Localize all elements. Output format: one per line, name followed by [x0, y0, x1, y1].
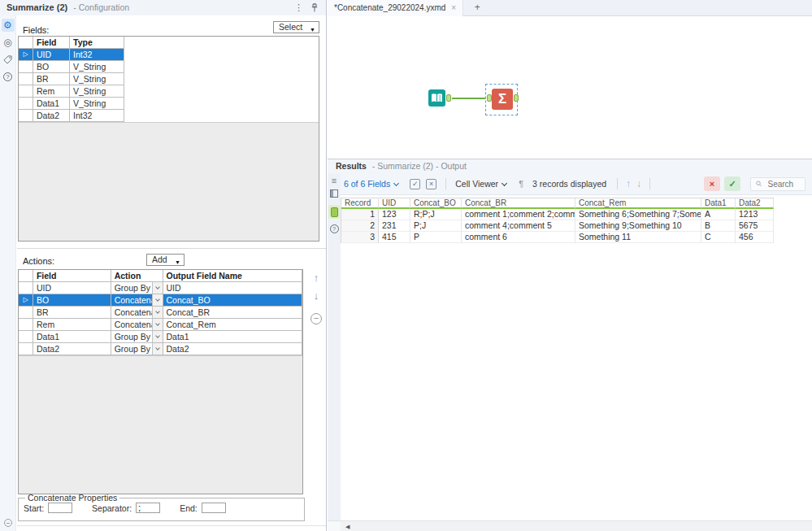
- results-column-header[interactable]: Concat_BR: [462, 198, 575, 209]
- row-selector-cell[interactable]: [19, 85, 33, 98]
- fields-filter-dropdown[interactable]: 6 of 6 Fields: [344, 179, 398, 189]
- record-number-cell[interactable]: 1: [341, 209, 379, 220]
- action-field-cell[interactable]: Data1: [33, 331, 111, 343]
- grid-cell[interactable]: 456: [736, 232, 774, 243]
- row-selector-cell[interactable]: [19, 307, 33, 319]
- summarize-output-anchor[interactable]: [514, 94, 519, 102]
- annotation-tab-icon[interactable]: [2, 53, 15, 66]
- action-field-cell[interactable]: Data2: [33, 343, 111, 355]
- actions-table-row[interactable]: Data2Group ByData2: [19, 343, 302, 355]
- row-selector-cell[interactable]: [19, 331, 33, 343]
- results-help-icon[interactable]: ?: [328, 224, 341, 233]
- kebab-menu-icon[interactable]: ⋮: [294, 0, 303, 15]
- field-type-cell[interactable]: V_String: [70, 98, 124, 110]
- action-dropdown-button[interactable]: [152, 282, 163, 294]
- action-dropdown-button[interactable]: [152, 319, 163, 330]
- move-up-button[interactable]: ↑: [310, 272, 323, 285]
- field-name-cell[interactable]: BO: [33, 61, 70, 73]
- output-field-name-cell[interactable]: Data1: [163, 331, 303, 343]
- grid-cell[interactable]: P: [410, 232, 462, 243]
- action-dropdown-button[interactable]: [152, 294, 163, 306]
- messages-view-icon[interactable]: ≡: [328, 176, 341, 185]
- field-type-cell[interactable]: Int32: [70, 110, 124, 122]
- check-all-fields-icon[interactable]: ✓: [410, 179, 420, 189]
- end-input[interactable]: [202, 503, 226, 513]
- actions-table-row[interactable]: ▷BOConcatenateConcat_BO: [19, 294, 302, 307]
- results-column-header[interactable]: Concat_BO: [410, 198, 462, 209]
- input-tool-output-anchor[interactable]: [446, 94, 451, 102]
- fields-table-row[interactable]: BRV_String: [19, 73, 319, 85]
- row-selector-cell[interactable]: [19, 110, 33, 122]
- field-name-cell[interactable]: Data1: [33, 98, 70, 110]
- action-field-cell[interactable]: BR: [33, 307, 111, 319]
- row-selector-cell[interactable]: [19, 319, 33, 331]
- field-name-cell[interactable]: BR: [33, 73, 70, 85]
- output-field-name-cell[interactable]: Concat_Rem: [163, 319, 303, 331]
- results-column-header[interactable]: UID: [379, 198, 410, 209]
- tab-close-icon[interactable]: ×: [451, 0, 456, 16]
- action-field-cell[interactable]: Rem: [33, 319, 111, 331]
- output-field-name-cell[interactable]: Concat_BR: [163, 307, 303, 319]
- table-view-icon[interactable]: [328, 189, 341, 198]
- action-select-cell[interactable]: Concatenate: [111, 319, 163, 331]
- grid-cell[interactable]: comment 4;comment 5: [462, 220, 575, 232]
- action-dropdown-button[interactable]: [152, 343, 163, 355]
- pin-icon[interactable]: [310, 2, 319, 18]
- output-field-name-cell[interactable]: Concat_BO: [163, 294, 303, 307]
- fields-table-row[interactable]: RemV_String: [19, 85, 319, 98]
- row-selector-cell[interactable]: [19, 343, 33, 355]
- auto-configure-icon[interactable]: [4, 519, 12, 527]
- field-type-cell[interactable]: V_String: [70, 61, 124, 73]
- fields-table-row[interactable]: Data2Int32: [19, 110, 319, 122]
- actions-table-row[interactable]: UIDGroup ByUID: [19, 282, 302, 294]
- separator-input[interactable]: [136, 503, 160, 513]
- row-selector-cell[interactable]: ▷: [19, 294, 33, 307]
- output-field-name-cell[interactable]: Data2: [163, 343, 303, 355]
- cell-viewer-dropdown[interactable]: Cell Viewer: [455, 179, 506, 189]
- field-name-cell[interactable]: Rem: [33, 85, 70, 98]
- workflow-canvas[interactable]: Σ: [328, 17, 812, 159]
- grid-cell[interactable]: B: [701, 220, 736, 232]
- actions-table-row[interactable]: RemConcatenateConcat_Rem: [19, 319, 302, 331]
- action-select-cell[interactable]: Concatenate: [111, 307, 163, 319]
- add-dropdown[interactable]: Add ▼: [146, 254, 185, 266]
- grid-cell[interactable]: 415: [379, 232, 410, 243]
- results-column-header[interactable]: Data2: [736, 198, 774, 209]
- action-select-cell[interactable]: Concatenate: [111, 294, 163, 307]
- row-selector-cell[interactable]: [19, 61, 33, 73]
- action-field-cell[interactable]: BO: [33, 294, 111, 307]
- move-down-button[interactable]: ↓: [310, 289, 323, 302]
- search-input[interactable]: [766, 179, 801, 189]
- workflow-tab[interactable]: *Concatenate_29022024.yxmd ×: [328, 0, 463, 16]
- connection-line[interactable]: [452, 98, 487, 99]
- action-dropdown-button[interactable]: [152, 307, 163, 318]
- actions-table-row[interactable]: Data1Group ByData1: [19, 331, 302, 343]
- record-number-cell[interactable]: 3: [341, 232, 379, 243]
- results-column-header[interactable]: Data1: [701, 198, 736, 209]
- previous-record-button[interactable]: ↑: [626, 178, 631, 189]
- start-input[interactable]: [48, 503, 72, 513]
- field-type-cell[interactable]: Int32: [70, 49, 124, 61]
- action-dropdown-button[interactable]: [152, 331, 163, 342]
- field-name-cell[interactable]: UID: [33, 49, 70, 61]
- grid-cell[interactable]: 5675: [736, 220, 774, 232]
- field-type-cell[interactable]: V_String: [70, 85, 124, 98]
- results-table-row[interactable]: 1123R;P;Jcomment 1;comment 2;comment 3So…: [341, 209, 774, 220]
- messages-filter-button[interactable]: ✓: [724, 176, 740, 191]
- output-anchor-selector[interactable]: [328, 205, 341, 219]
- select-dropdown[interactable]: Select ▼: [273, 21, 319, 33]
- action-select-cell[interactable]: Group By: [111, 282, 163, 294]
- horizontal-scrollbar[interactable]: ◀: [328, 520, 812, 531]
- action-select-cell[interactable]: Group By: [111, 331, 163, 343]
- grid-cell[interactable]: C: [701, 232, 736, 243]
- results-table-row[interactable]: 2231P;Jcomment 4;comment 5Something 9;So…: [341, 220, 774, 232]
- grid-cell[interactable]: P;J: [410, 220, 462, 232]
- navigation-tab-icon[interactable]: ◎: [2, 36, 15, 49]
- field-type-cell[interactable]: V_String: [70, 73, 124, 85]
- actions-table-row[interactable]: BRConcatenateConcat_BR: [19, 307, 302, 319]
- configuration-tab-icon[interactable]: ⚙: [2, 19, 15, 32]
- errors-filter-button[interactable]: ×: [704, 176, 720, 191]
- remove-action-button[interactable]: −: [310, 313, 322, 324]
- grid-cell[interactable]: comment 1;comment 2;comment 3: [462, 209, 575, 220]
- output-field-name-cell[interactable]: UID: [163, 282, 303, 294]
